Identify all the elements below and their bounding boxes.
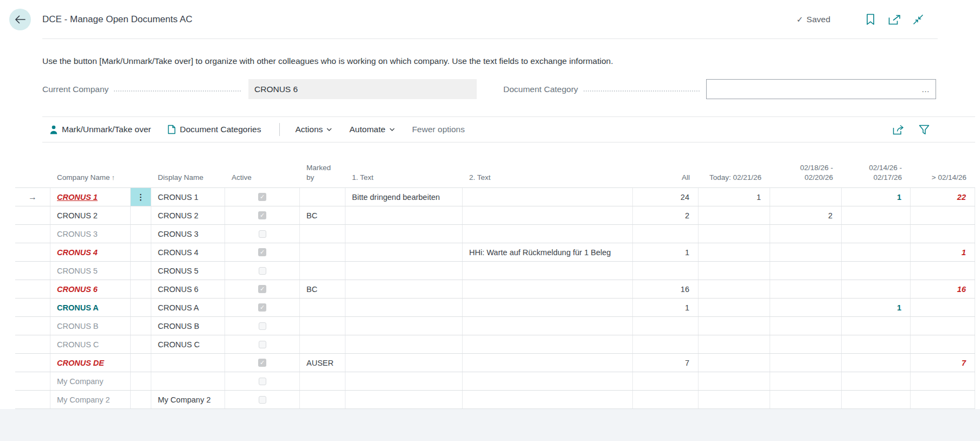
table-row[interactable]: →CRONUS 1⋮CRONUS 1Bitte dringend bearbei… bbox=[15, 188, 975, 206]
active-checkbox-checked[interactable] bbox=[258, 193, 266, 201]
cell-today[interactable] bbox=[699, 243, 770, 261]
company-name-link[interactable]: My Company bbox=[57, 377, 103, 386]
cell-gt[interactable] bbox=[911, 372, 975, 390]
column-header-text2[interactable]: 2. Text bbox=[463, 157, 633, 187]
table-row[interactable]: CRONUS 4CRONUS 4HHi: Warte auf Rückmeldu… bbox=[15, 243, 975, 262]
cell-menu[interactable] bbox=[131, 335, 151, 353]
company-name-link[interactable]: CRONUS 2 bbox=[57, 211, 98, 220]
fewer-options-button[interactable]: Fewer options bbox=[412, 125, 465, 134]
cell-active[interactable] bbox=[225, 188, 300, 206]
row-menu-dots-icon[interactable]: ⋮ bbox=[137, 193, 145, 201]
cell-all[interactable]: 2 bbox=[633, 206, 699, 224]
cell-display[interactable]: CRONUS 3 bbox=[151, 225, 225, 243]
cell-gt[interactable] bbox=[911, 391, 975, 408]
back-button[interactable] bbox=[9, 9, 31, 30]
cell-menu[interactable] bbox=[131, 299, 151, 316]
cell-marked[interactable] bbox=[300, 372, 345, 390]
cell-today[interactable] bbox=[699, 299, 770, 316]
cell-menu[interactable] bbox=[131, 354, 151, 372]
cell-marked[interactable] bbox=[300, 299, 345, 316]
cell-gt[interactable] bbox=[911, 262, 975, 280]
bookmark-icon[interactable] bbox=[859, 9, 882, 30]
cell-display[interactable]: CRONUS 1 bbox=[151, 188, 225, 206]
cell-marked[interactable] bbox=[300, 188, 345, 206]
cell-r2[interactable] bbox=[842, 372, 911, 390]
cell-text1[interactable] bbox=[345, 335, 463, 353]
active-checkbox-unchecked[interactable] bbox=[259, 322, 266, 330]
cell-text2[interactable] bbox=[463, 225, 633, 243]
cell-display[interactable]: CRONUS 2 bbox=[151, 206, 225, 224]
cell-text1[interactable] bbox=[345, 354, 463, 372]
cell-gt[interactable] bbox=[911, 335, 975, 353]
cell-display[interactable]: CRONUS 4 bbox=[151, 243, 225, 261]
table-row[interactable]: CRONUS 5CRONUS 5 bbox=[15, 262, 975, 280]
cell-all[interactable] bbox=[633, 262, 699, 280]
cell-active[interactable] bbox=[225, 299, 300, 316]
cell-all[interactable] bbox=[633, 372, 699, 390]
cell-marked[interactable]: BC bbox=[300, 206, 345, 224]
cell-name[interactable]: CRONUS DE bbox=[50, 354, 131, 372]
cell-active[interactable] bbox=[225, 280, 300, 298]
column-header-all[interactable]: All bbox=[633, 157, 699, 187]
collapse-icon[interactable] bbox=[906, 9, 930, 30]
cell-today[interactable] bbox=[699, 391, 770, 408]
cell-name[interactable]: My Company 2 bbox=[50, 391, 131, 408]
cell-r1[interactable] bbox=[770, 243, 842, 261]
active-checkbox-checked[interactable] bbox=[258, 359, 266, 367]
company-name-link[interactable]: CRONUS DE bbox=[57, 359, 104, 367]
cell-display[interactable]: CRONUS B bbox=[151, 317, 225, 335]
cell-r1[interactable] bbox=[770, 354, 842, 372]
cell-marked[interactable] bbox=[300, 262, 345, 280]
cell-menu[interactable] bbox=[131, 372, 151, 390]
cell-gt[interactable] bbox=[911, 206, 975, 224]
cell-marked[interactable] bbox=[300, 243, 345, 261]
cell-text1[interactable] bbox=[345, 391, 463, 408]
actions-menu[interactable]: Actions bbox=[295, 125, 332, 134]
popout-icon[interactable] bbox=[882, 9, 906, 30]
cell-r1[interactable] bbox=[770, 317, 842, 335]
cell-text2[interactable] bbox=[463, 391, 633, 408]
cell-name[interactable]: CRONUS 5 bbox=[50, 262, 131, 280]
cell-name[interactable]: CRONUS A bbox=[50, 299, 131, 316]
cell-text1[interactable] bbox=[345, 243, 463, 261]
cell-r1[interactable]: 2 bbox=[770, 206, 842, 224]
cell-display[interactable]: CRONUS A bbox=[151, 299, 225, 316]
cell-marked[interactable] bbox=[300, 317, 345, 335]
cell-all[interactable] bbox=[633, 317, 699, 335]
cell-active[interactable] bbox=[225, 225, 300, 243]
cell-text1[interactable]: Bitte dringend bearbeiten bbox=[345, 188, 463, 206]
company-name-link[interactable]: CRONUS 3 bbox=[57, 230, 98, 238]
cell-today[interactable]: 1 bbox=[699, 188, 770, 206]
cell-r2[interactable] bbox=[842, 262, 911, 280]
cell-r1[interactable] bbox=[770, 225, 842, 243]
filter-icon[interactable] bbox=[919, 125, 930, 135]
cell-all[interactable] bbox=[633, 225, 699, 243]
document-categories-button[interactable]: Document Categories bbox=[168, 125, 261, 134]
cell-r2[interactable] bbox=[842, 335, 911, 353]
automate-menu[interactable]: Automate bbox=[349, 125, 394, 134]
table-row[interactable]: My Company bbox=[15, 372, 975, 391]
cell-menu[interactable] bbox=[131, 243, 151, 261]
cell-active[interactable] bbox=[225, 372, 300, 390]
cell-all[interactable]: 1 bbox=[633, 299, 699, 316]
cell-r1[interactable] bbox=[770, 280, 842, 298]
cell-today[interactable] bbox=[699, 225, 770, 243]
cell-name[interactable]: CRONUS 6 bbox=[50, 280, 131, 298]
cell-display[interactable] bbox=[151, 354, 225, 372]
cell-marked[interactable]: BC bbox=[300, 280, 345, 298]
cell-text2[interactable] bbox=[463, 372, 633, 390]
cell-text1[interactable] bbox=[345, 317, 463, 335]
cell-gt[interactable] bbox=[911, 299, 975, 316]
cell-text2[interactable] bbox=[463, 280, 633, 298]
cell-all[interactable]: 7 bbox=[633, 354, 699, 372]
cell-all[interactable] bbox=[633, 335, 699, 353]
cell-text2[interactable] bbox=[463, 299, 633, 316]
table-row[interactable]: CRONUS 6CRONUS 6BC1616 bbox=[15, 280, 975, 299]
cell-menu[interactable] bbox=[131, 280, 151, 298]
mark-unmark-take-over-button[interactable]: Mark/Unmark/Take over bbox=[50, 125, 151, 134]
cell-display[interactable]: CRONUS 6 bbox=[151, 280, 225, 298]
column-header-r1[interactable]: 02/18/26 - 02/20/26 bbox=[770, 157, 842, 187]
cell-today[interactable] bbox=[699, 317, 770, 335]
active-checkbox-checked[interactable] bbox=[258, 285, 266, 293]
column-header-text1[interactable]: 1. Text bbox=[345, 157, 463, 187]
